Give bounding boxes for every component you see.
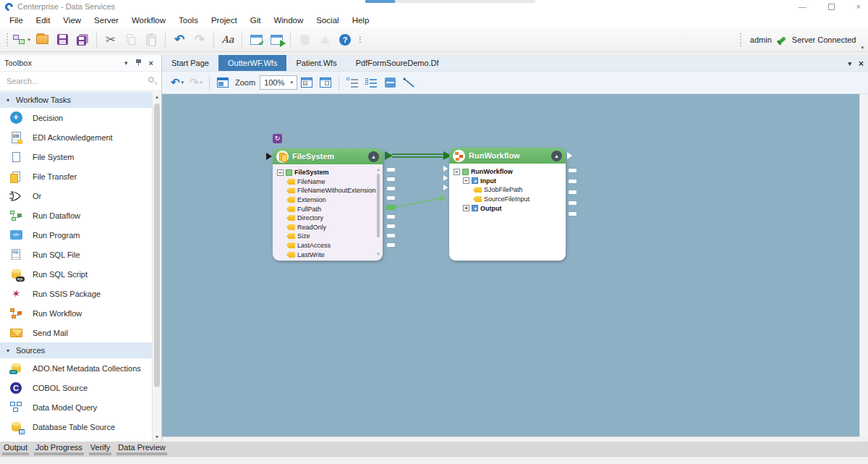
toggle-panel-button[interactable] <box>215 74 231 91</box>
tree-field-row[interactable]: Directory <box>286 214 380 223</box>
menu-view[interactable]: View <box>56 14 88 26</box>
menu-file[interactable]: File <box>3 14 30 26</box>
canvas-vertical-scrollbar[interactable] <box>859 94 868 436</box>
maximize-button[interactable] <box>828 4 835 10</box>
output-port[interactable] <box>569 169 576 172</box>
tab-pdfformsouredemo[interactable]: PdfFormSoureDemo.Df <box>346 55 448 71</box>
tree-root-row[interactable]: −FileSystem <box>277 168 380 177</box>
tree-field-row[interactable]: ReadOnly <box>286 223 380 232</box>
tree-field-row[interactable]: Size <box>286 232 380 241</box>
input-port[interactable] <box>443 175 448 181</box>
output-port[interactable] <box>387 224 395 228</box>
output-port[interactable] <box>569 201 576 205</box>
toolbox-item-decision[interactable]: +Decision <box>0 108 152 127</box>
scroll-up-icon[interactable]: ▲ <box>375 166 381 172</box>
output-port[interactable] <box>387 243 395 247</box>
designer-undo-button[interactable]: ↶▾ <box>169 74 185 91</box>
output-port[interactable] <box>569 212 576 216</box>
auto-layout-button[interactable] <box>382 74 398 91</box>
node-filesystem-header[interactable]: FileSystem ▲ <box>273 148 383 164</box>
toolbox-scrollbar[interactable]: ▲ ▼ <box>152 92 161 442</box>
verify-button[interactable]: ✔ <box>247 30 265 49</box>
menu-tools[interactable]: Tools <box>172 14 205 26</box>
node-collapse-button[interactable]: ▲ <box>551 151 562 161</box>
tree-field-row[interactable]: SJobFilePath <box>473 185 563 195</box>
toolbox-item-run-program[interactable]: </>Run Program <box>0 225 152 245</box>
scroll-up-icon[interactable]: ▲ <box>153 92 161 101</box>
expander-icon[interactable]: − <box>277 169 284 176</box>
toolbox-item-database-table-source[interactable]: Database Table Source <box>0 417 152 436</box>
expander-icon[interactable]: − <box>454 169 460 175</box>
tree-group-row[interactable]: +Output <box>463 203 563 213</box>
bottom-tab-job-progress[interactable]: Job Progress <box>34 443 84 455</box>
menu-window[interactable]: Window <box>267 14 310 26</box>
toolbox-item-data-model-query[interactable]: Data Model Query <box>0 397 152 417</box>
toolbox-item-run-sql-file[interactable]: Run SQL File <box>0 245 152 264</box>
bottom-tab-verify[interactable]: Verify <box>89 443 112 455</box>
collapse-all-nodes-button[interactable] <box>318 74 333 91</box>
tree-field-row[interactable]: LastAccess <box>286 241 380 250</box>
zoom-select[interactable]: 100% ▾ <box>260 75 297 90</box>
toolbox-item-run-workflow[interactable]: Run Workflow <box>0 303 152 323</box>
toolbox-item-run-ssis-package[interactable]: ✶Run SSIS Package <box>0 284 152 303</box>
output-port[interactable] <box>387 177 395 181</box>
menu-project[interactable]: Project <box>205 14 244 26</box>
horizontal-layout-button[interactable] <box>344 74 360 91</box>
toolbar-overflow-button[interactable]: ⋮ <box>357 35 364 43</box>
toolbox-dropdown-button[interactable]: ▾ <box>121 59 132 67</box>
link-style-button[interactable] <box>401 74 417 91</box>
canvas-horizontal-scrollbar[interactable] <box>162 436 859 442</box>
toolbox-item-run-sql-script[interactable]: SQLRun SQL Script <box>0 264 152 284</box>
toolbox-pin-button[interactable] <box>132 59 145 67</box>
output-port[interactable] <box>387 215 395 219</box>
deploy-button[interactable] <box>296 30 313 49</box>
expander-icon[interactable]: − <box>463 177 469 184</box>
toolbox-section-workflow-tasks[interactable]: ▾ Workflow Tasks <box>0 92 152 108</box>
tree-field-row[interactable]: FileNameWithoutExtension <box>286 186 380 195</box>
cut-button[interactable]: ✂ <box>102 30 119 49</box>
bottom-tab-data-preview[interactable]: Data Preview <box>116 443 166 455</box>
toolbox-item-send-mail[interactable]: Send Mail <box>0 323 152 342</box>
copy-button[interactable] <box>122 30 140 49</box>
workflow-canvas[interactable]: ↻ FileSystem ▲ −FileSystem FileName File… <box>162 94 859 436</box>
node-input-port[interactable] <box>266 153 272 160</box>
expand-all-nodes-button[interactable]: + <box>299 74 315 91</box>
redo-button[interactable]: ↷ <box>191 30 208 49</box>
toolbox-item-file-transfer[interactable]: File Transfer <box>0 166 152 186</box>
output-port[interactable] <box>569 190 576 194</box>
tab-outterwf[interactable]: OutterWF.Wfs <box>218 55 286 71</box>
menu-social[interactable]: Social <box>310 14 345 26</box>
tree-layout-button[interactable] <box>363 74 379 91</box>
help-button[interactable]: ? <box>336 30 354 49</box>
toolbox-close-button[interactable]: × <box>145 59 157 67</box>
tab-start-page[interactable]: Start Page <box>162 55 218 71</box>
toolbox-item-ado-net-metadata[interactable]: <>ADO.Net Metadata Collections <box>0 358 152 378</box>
menu-help[interactable]: Help <box>346 14 376 26</box>
loop-indicator-icon[interactable]: ↻ <box>273 134 282 143</box>
status-overflow-caret[interactable]: ▾ <box>861 45 864 51</box>
menu-workflow[interactable]: Workflow <box>125 14 172 26</box>
toolbox-item-run-dataflow[interactable]: Run Dataflow <box>0 206 152 225</box>
toolbox-search-input[interactable] <box>0 72 161 90</box>
font-button[interactable]: Aa <box>219 30 237 49</box>
new-document-caret[interactable]: ▾ <box>27 37 30 43</box>
menu-edit[interactable]: Edit <box>30 14 57 26</box>
paste-button[interactable] <box>142 30 160 49</box>
designer-redo-button[interactable]: ↷▾ <box>188 74 204 91</box>
expander-icon[interactable]: + <box>463 205 469 211</box>
tree-field-row[interactable]: Extension <box>286 195 380 205</box>
tree-root-row[interactable]: −RunWorkflow <box>454 167 563 177</box>
output-port-connected[interactable] <box>386 205 396 210</box>
tree-field-row[interactable]: FullPath <box>286 204 380 214</box>
node-filesystem[interactable]: FileSystem ▲ −FileSystem FileName FileNa… <box>273 148 383 261</box>
input-port[interactable] <box>443 185 448 190</box>
toolbox-item-edi-acknowledgement[interactable]: EDI Acknowledgement <box>0 127 152 147</box>
toolbox-item-file-system[interactable]: File System <box>0 147 152 166</box>
output-port[interactable] <box>387 234 395 237</box>
node-collapse-button[interactable]: ▲ <box>368 151 379 162</box>
tree-field-row[interactable]: FileName <box>286 177 380 187</box>
tab-close-button[interactable]: × <box>859 59 864 69</box>
start-job-button[interactable] <box>268 30 285 49</box>
menu-server[interactable]: Server <box>88 14 125 26</box>
scrollbar-thumb[interactable] <box>154 104 160 387</box>
